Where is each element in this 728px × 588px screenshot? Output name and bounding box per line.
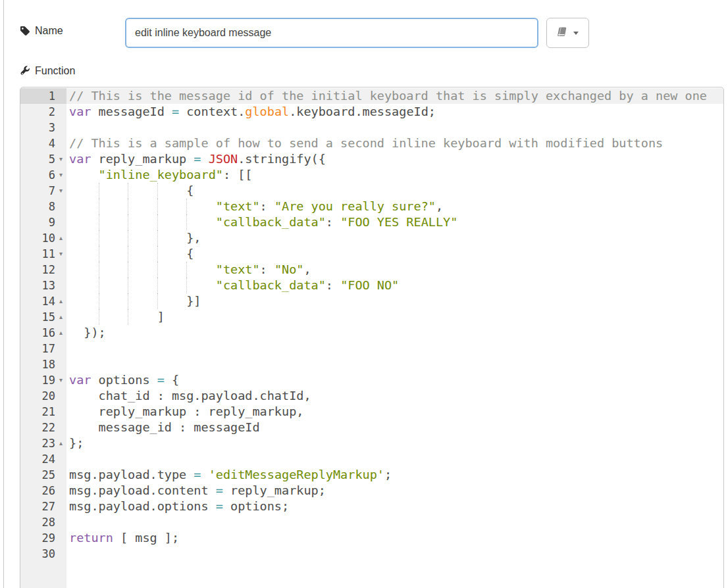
code-line[interactable]: }, xyxy=(66,230,723,246)
code-token: "No" xyxy=(274,262,304,276)
library-button[interactable] xyxy=(546,18,589,48)
code-line[interactable]: var messageId = context.global.keyboard.… xyxy=(66,104,723,120)
line-number: 17 xyxy=(20,342,55,355)
code-token: [ msg ]; xyxy=(113,531,179,545)
code-line[interactable] xyxy=(66,514,723,530)
code-line[interactable] xyxy=(66,341,723,356)
indent-guide xyxy=(128,183,128,199)
code-line[interactable]: ] xyxy=(66,309,723,325)
indent-guide xyxy=(99,214,99,230)
line-number: 15 xyxy=(20,310,55,324)
code-token: reply_markup xyxy=(91,152,194,166)
gutter-line: 25 xyxy=(20,467,66,483)
code-token: : [[ xyxy=(223,168,253,182)
fold-widget-open-icon[interactable]: ▾ xyxy=(55,246,66,262)
code-line-text: msg.payload.type = 'editMessageReplyMark… xyxy=(66,468,392,481)
name-input[interactable] xyxy=(125,18,538,48)
code-token: .keyboard.messageId; xyxy=(289,105,436,118)
code-line[interactable]: { xyxy=(66,246,723,262)
editor-gutter: 12345▾6▾7▾8910▴11▾121314▴15▴16▴171819▾20… xyxy=(20,88,66,588)
code-token: chat_id : msg.payload.chatId, xyxy=(69,389,311,403)
code-token: : xyxy=(326,215,340,229)
code-line-text: msg.payload.options = options; xyxy=(66,499,289,513)
line-number: 10 xyxy=(20,232,55,245)
indent-guide xyxy=(157,278,158,293)
code-line[interactable]: msg.payload.type = 'editMessageReplyMark… xyxy=(66,467,723,483)
code-token: = xyxy=(194,468,201,481)
code-token: : xyxy=(260,199,274,213)
code-line[interactable]: msg.payload.content = reply_markup; xyxy=(66,483,723,499)
fold-widget-open-icon[interactable]: ▾ xyxy=(55,151,66,167)
code-line[interactable]: }); xyxy=(66,325,723,341)
gutter-line: 20 xyxy=(20,388,66,404)
code-token: { xyxy=(69,247,194,260)
code-line[interactable] xyxy=(66,120,723,135)
code-line[interactable]: message_id : messageId xyxy=(66,420,723,435)
code-line[interactable]: var options = { xyxy=(66,372,723,388)
code-token: { xyxy=(165,373,179,387)
code-token: return xyxy=(69,531,113,545)
code-line[interactable]: }; xyxy=(66,435,723,451)
code-token: ; xyxy=(384,468,392,481)
name-field-label: Name xyxy=(20,25,63,37)
code-token: // This is the message id of the initial… xyxy=(69,89,707,103)
gutter-line: 29 xyxy=(20,530,66,546)
function-code-editor[interactable]: 12345▾6▾7▾8910▴11▾121314▴15▴16▴171819▾20… xyxy=(20,87,724,588)
book-icon xyxy=(557,26,569,40)
indent-guide xyxy=(128,214,128,230)
code-token: options; xyxy=(223,499,289,513)
code-token: var xyxy=(69,105,91,118)
gutter-line: 24 xyxy=(20,451,66,467)
code-line-text: }); xyxy=(66,326,106,339)
fold-widget-open-icon[interactable]: ▾ xyxy=(55,372,66,388)
code-line[interactable]: { xyxy=(66,183,723,199)
indent-guide xyxy=(99,183,99,199)
fold-widget-close-icon[interactable]: ▴ xyxy=(55,309,66,325)
gutter-line: 8 xyxy=(20,199,66,214)
code-line[interactable]: "text": "No", xyxy=(66,262,723,278)
code-line[interactable]: reply_markup : reply_markup, xyxy=(66,404,723,420)
indent-guide xyxy=(128,230,128,246)
indent-guide xyxy=(186,214,187,230)
code-token xyxy=(201,468,209,481)
fold-widget-close-icon[interactable]: ▴ xyxy=(55,293,66,309)
code-line[interactable]: "inline_keyboard": [[ xyxy=(66,167,723,183)
code-line[interactable]: "callback_data": "FOO NO" xyxy=(66,278,723,293)
tag-icon xyxy=(20,26,30,36)
code-line[interactable]: }] xyxy=(66,293,723,309)
gutter-line: 15▴ xyxy=(20,309,66,325)
code-line[interactable] xyxy=(66,356,723,372)
gutter-line: 13 xyxy=(20,278,66,293)
indent-guide xyxy=(99,293,99,309)
function-node-edit-dialog: Name Function 12345▾6▾7▾8910▴11▾121314▴1… xyxy=(0,0,728,588)
code-line[interactable]: var reply_markup = JSON.stringify({ xyxy=(66,151,723,167)
fold-widget-open-icon[interactable]: ▾ xyxy=(55,167,66,183)
indent-guide xyxy=(128,246,128,262)
code-line[interactable]: "text": "Are you really sure?", xyxy=(66,199,723,214)
fold-widget-open-icon[interactable]: ▾ xyxy=(55,183,66,199)
code-line[interactable]: msg.payload.options = options; xyxy=(66,499,723,514)
code-token: var xyxy=(69,152,91,166)
editor-content[interactable]: // This is the message id of the initial… xyxy=(66,88,723,588)
code-line[interactable]: return [ msg ]; xyxy=(66,530,723,546)
function-label-text: Function xyxy=(35,65,75,77)
name-label-text: Name xyxy=(35,25,63,37)
indent-guide xyxy=(186,262,187,278)
line-number: 4 xyxy=(20,137,55,150)
code-token: = xyxy=(157,373,165,387)
line-number: 9 xyxy=(20,216,55,229)
gutter-line: 26 xyxy=(20,483,66,499)
code-line[interactable]: // This is a sample of how to send a sec… xyxy=(66,135,723,151)
code-token: "callback_data" xyxy=(216,278,326,292)
code-line[interactable]: chat_id : msg.payload.chatId, xyxy=(66,388,723,404)
code-line[interactable] xyxy=(66,546,723,562)
fold-widget-close-icon[interactable]: ▴ xyxy=(55,230,66,246)
gutter-line: 3 xyxy=(20,120,66,135)
code-token xyxy=(69,168,99,182)
code-line[interactable]: "callback_data": "FOO YES REALLY" xyxy=(66,214,723,230)
fold-widget-close-icon[interactable]: ▴ xyxy=(55,325,66,341)
fold-widget-close-icon[interactable]: ▴ xyxy=(55,435,66,451)
code-line[interactable]: // This is the message id of the initial… xyxy=(66,88,723,104)
code-token: JSON xyxy=(209,152,238,166)
code-line[interactable] xyxy=(66,451,723,467)
